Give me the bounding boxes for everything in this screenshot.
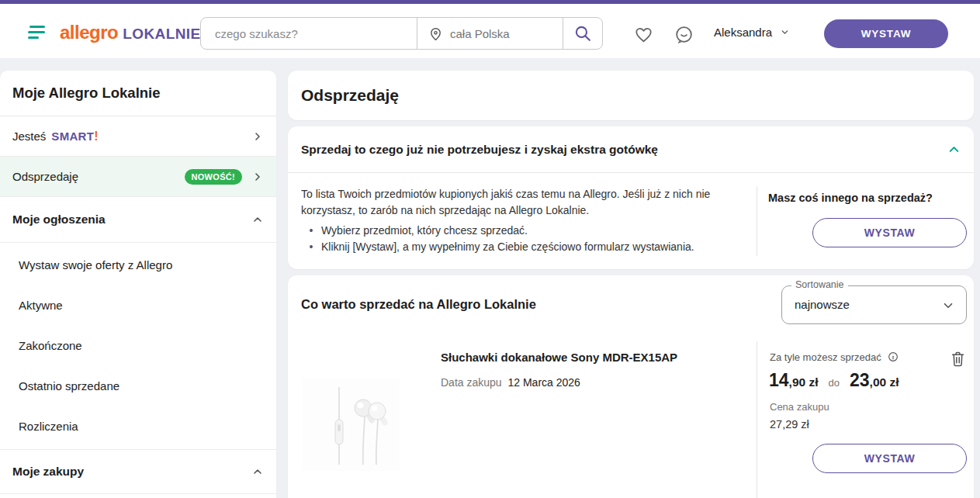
sell-range-label: Za tyle możesz sprzedać [770, 351, 881, 363]
purchase-date-label: Data zakupu [441, 376, 502, 389]
promo-card: Sprzedaj to czego już nie potrzebujesz i… [288, 126, 974, 269]
user-name: Aleksandra [714, 26, 772, 39]
sidebar-section-moje-ogloszenia[interactable]: Moje ogłoszenia [0, 197, 276, 242]
purchase-price-label: Cena zakupu [770, 401, 829, 413]
chevron-up-icon [251, 213, 264, 226]
sidebar-item-rozliczenia[interactable]: Rozliczenia [0, 406, 276, 446]
search-bar [200, 17, 603, 50]
chat-icon [674, 24, 694, 45]
promo-bullet-text: Wybierz przedmiot, który chcesz sprzedać… [321, 223, 528, 239]
suggestions-card: Co warto sprzedać na Allegro Lokalnie So… [288, 275, 974, 498]
favorites-button[interactable] [632, 22, 655, 46]
page-title-card: Odsprzedaję [288, 71, 974, 120]
promo-bullet: • Wybierz przedmiot, który chcesz sprzed… [301, 223, 740, 239]
purchase-price-value: 27,29 zł [770, 418, 809, 431]
sort-value: najnowsze [795, 298, 850, 311]
sort-label: Sortowanie [791, 279, 848, 290]
header: allegro LOKALNIE Ale [0, 4, 980, 58]
product-image[interactable] [303, 378, 400, 471]
promo-bullet-list: • Wybierz przedmiot, który chcesz sprzed… [301, 223, 740, 255]
sidebar-section-moje-zakupy[interactable]: Moje zakupy [0, 449, 276, 494]
sell-price-range: 14,90 zł do 23,00 zł [769, 370, 899, 391]
price-to: 23,00 zł [850, 370, 899, 391]
chevron-right-icon [251, 130, 264, 143]
vertical-divider [757, 186, 757, 256]
promo-bullet: • Kliknij [Wystaw], a my wypełnimy za Ci… [301, 239, 740, 255]
product-wystaw-button[interactable]: WYSTAW [812, 444, 967, 473]
sort-select[interactable]: Sortowanie najnowsze [781, 285, 967, 324]
search-button[interactable] [563, 18, 602, 49]
smart-logo: SMART [51, 130, 94, 143]
logo-lokalnie: LOKALNIE [123, 26, 200, 43]
smart-prefix: Jesteś [12, 130, 46, 143]
chevron-down-icon [780, 27, 790, 37]
section-label: Moje zakupy [12, 465, 84, 479]
trash-icon [949, 350, 967, 368]
promo-wystaw-button[interactable]: WYSTAW [812, 218, 967, 247]
sidebar-title: Moje Allegro Lokalnie [0, 71, 276, 116]
info-icon[interactable] [887, 351, 899, 363]
logo[interactable]: allegro LOKALNIE [60, 22, 201, 43]
suggestions-title: Co warto sprzedać na Allegro Lokalnie [301, 297, 536, 312]
user-menu[interactable]: Aleksandra [714, 26, 790, 39]
header-wystaw-button[interactable]: WYSTAW [824, 19, 948, 48]
sidebar-sublist: Wystaw swoje oferty z Allegro Aktywne Za… [0, 242, 276, 449]
sidebar: Moje Allegro Lokalnie Jesteś SMART ! Ods… [0, 71, 276, 498]
search-input[interactable] [201, 18, 417, 49]
earphones-illustration [303, 378, 400, 471]
promo-aside-question: Masz coś innego na sprzedaż? [768, 192, 933, 204]
product-name[interactable]: Słuchawki dokanałowe Sony MDR-EX15AP [441, 351, 677, 364]
page-title: Odsprzedaję [301, 86, 399, 105]
nowosc-badge: NOWOŚĆ! [185, 169, 242, 185]
promo-card-header[interactable]: Sprzedaj to czego już nie potrzebujesz i… [288, 126, 974, 173]
chevron-right-icon [251, 171, 264, 183]
section-label: Moje ogłoszenia [12, 213, 106, 227]
collapse-chevron-up-icon[interactable] [947, 142, 961, 157]
messages-button[interactable] [672, 22, 695, 46]
heart-icon [633, 24, 654, 45]
menu-icon[interactable] [28, 25, 45, 39]
promo-description: To lista Twoich przedmiotów kupionych ja… [301, 186, 740, 218]
price-from: 14,90 zł [769, 370, 819, 391]
sidebar-item-label: Odsprzedaję [12, 170, 78, 183]
location-pin-icon [428, 26, 444, 42]
sidebar-item-ostatnio-sprzedane[interactable]: Ostatnio sprzedane [0, 365, 276, 406]
sidebar-item-smart[interactable]: Jesteś SMART ! [0, 116, 276, 157]
location-input[interactable] [450, 27, 543, 40]
location-field[interactable] [417, 18, 563, 49]
promo-title: Sprzedaj to czego już nie potrzebujesz i… [301, 143, 658, 157]
promo-bullet-text: Kliknij [Wystaw], a my wypełnimy za Cieb… [321, 239, 694, 255]
sidebar-item-aktywne[interactable]: Aktywne [0, 285, 276, 325]
smart-exclamation: ! [94, 130, 98, 144]
sell-range-label-row: Za tyle możesz sprzedać [770, 351, 899, 363]
logo-allegro: allegro [60, 22, 118, 43]
sidebar-item-odsprzedaje[interactable]: Odsprzedaję NOWOŚĆ! [0, 157, 276, 197]
vertical-divider [757, 341, 757, 498]
product-purchase-date: Data zakupu 12 Marca 2026 [441, 376, 580, 389]
delete-button[interactable] [947, 348, 968, 368]
promo-description-block: To lista Twoich przedmiotów kupionych ja… [301, 186, 740, 255]
search-icon [573, 24, 593, 43]
chevron-down-icon [941, 299, 955, 313]
price-range-separator: do [829, 377, 840, 389]
purchase-date-value: 12 Marca 2026 [508, 376, 580, 389]
sidebar-item-wystaw-oferty[interactable]: Wystaw swoje oferty z Allegro [0, 244, 276, 285]
chevron-up-icon [251, 465, 264, 478]
sidebar-item-zakonczone[interactable]: Zakończone [0, 325, 276, 365]
